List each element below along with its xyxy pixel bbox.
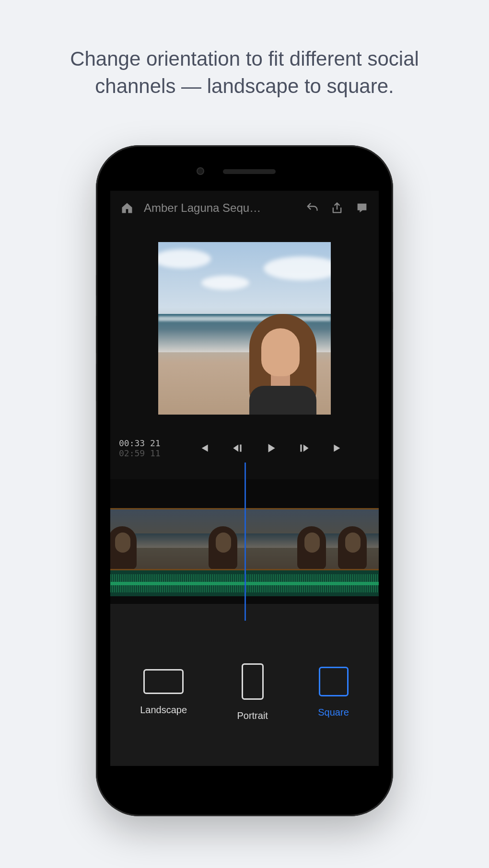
skip-end-icon[interactable] (331, 441, 345, 455)
app-screen: Amber Laguna Sequ… (110, 191, 379, 766)
playhead[interactable] (244, 463, 246, 621)
phone-frame: Amber Laguna Sequ… (96, 145, 393, 816)
orientation-options: Landscape Portrait Square (110, 604, 379, 766)
share-icon[interactable] (329, 200, 345, 216)
phone-power-button (393, 291, 393, 330)
skip-start-icon[interactable] (197, 441, 211, 455)
timeline-ruler[interactable] (110, 465, 379, 479)
timecode-display: 00:33 21 02:59 11 (119, 438, 167, 459)
landscape-icon (143, 669, 184, 694)
top-bar: Amber Laguna Sequ… (110, 191, 379, 225)
video-preview-area (110, 225, 379, 431)
home-icon[interactable] (119, 200, 135, 216)
step-back-icon[interactable] (230, 441, 244, 455)
orientation-label: Square (318, 707, 349, 718)
preview-sky (158, 249, 211, 268)
step-forward-icon[interactable] (297, 441, 312, 455)
clip-thumbnail (259, 509, 333, 569)
phone-speaker-grill (223, 169, 276, 174)
clip-thumbnail (333, 509, 379, 569)
phone-volume-down (96, 363, 96, 402)
preview-sky (201, 276, 249, 290)
phone-volume-up (96, 315, 96, 354)
total-time: 02:59 11 (119, 448, 167, 459)
orientation-landscape[interactable]: Landscape (140, 669, 187, 716)
comment-icon[interactable] (354, 200, 370, 216)
marketing-caption: Change orientation to fit different soci… (48, 46, 441, 100)
playback-controls: 00:33 21 02:59 11 (110, 431, 379, 465)
clip-thumbnail (185, 509, 259, 569)
current-time: 00:33 21 (119, 438, 167, 449)
video-preview[interactable] (158, 242, 331, 415)
phone-camera-dot (197, 167, 204, 175)
clip-thumbnail (110, 509, 185, 569)
preview-sky (264, 256, 331, 280)
transport-controls (172, 441, 370, 455)
portrait-icon (242, 663, 264, 700)
orientation-label: Landscape (140, 705, 187, 716)
preview-subject (235, 304, 321, 415)
undo-icon[interactable] (304, 200, 320, 216)
square-icon (319, 667, 349, 696)
orientation-square[interactable]: Square (318, 667, 349, 718)
play-icon[interactable] (264, 441, 278, 455)
project-title[interactable]: Amber Laguna Sequ… (144, 201, 295, 215)
orientation-portrait[interactable]: Portrait (237, 663, 268, 721)
phone-mute-switch (96, 275, 96, 296)
orientation-label: Portrait (237, 710, 268, 721)
